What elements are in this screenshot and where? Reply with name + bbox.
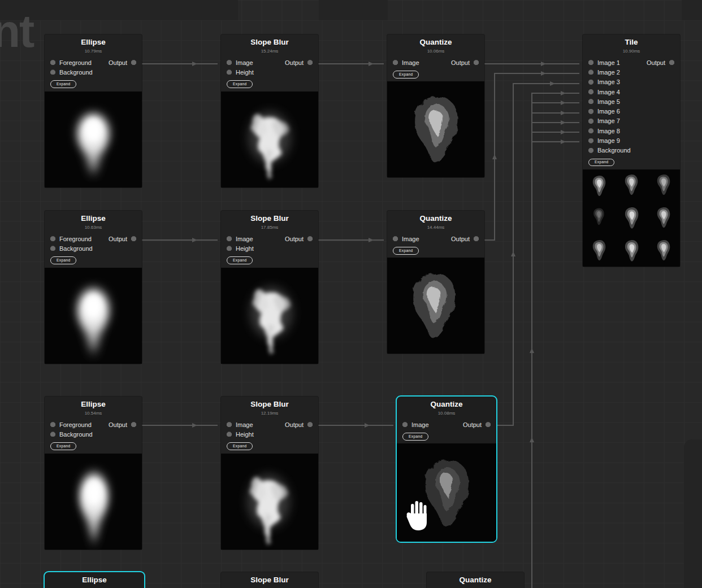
node-quantize-1[interactable]: Quantize 10.06ms Image Output Expand <box>387 34 484 177</box>
expand-button[interactable]: Expand <box>402 433 428 441</box>
output-port[interactable]: Output <box>451 236 479 242</box>
output-port[interactable]: Output <box>647 59 674 66</box>
node-title: Quantize <box>427 572 524 586</box>
node-preview-image <box>45 268 142 364</box>
port-dot <box>50 69 55 75</box>
node-quantize-4[interactable]: Quantize <box>427 572 524 588</box>
port-dot <box>307 236 313 241</box>
port-label: Image 2 <box>597 69 620 76</box>
port-label: Image 5 <box>597 98 620 105</box>
input-port-height[interactable]: Height <box>227 431 254 438</box>
port-dot <box>50 246 55 251</box>
port-label: Image 9 <box>597 137 620 144</box>
node-slope-blur-3[interactable]: Slope Blur 12.19ms Image Output Height E… <box>221 397 318 550</box>
expand-button[interactable]: Expand <box>50 256 76 264</box>
port-label: Output <box>451 59 470 66</box>
input-port-foreground[interactable]: Foreground <box>50 59 92 66</box>
port-dot <box>50 60 55 65</box>
node-title: Quantize <box>387 211 484 225</box>
node-quantize-2[interactable]: Quantize 14.44ms Image Output Expand <box>387 211 484 354</box>
input-port-image-3[interactable]: Image 3 <box>588 79 620 85</box>
input-port-image-8[interactable]: Image 8 <box>588 128 620 134</box>
input-port-image-1[interactable]: Image 1 <box>588 59 620 66</box>
expand-button[interactable]: Expand <box>588 159 614 167</box>
node-ellipse-2[interactable]: Ellipse 10.63ms Foreground Output Backgr… <box>45 211 142 364</box>
output-port[interactable]: Output <box>109 236 136 242</box>
port-label: Background <box>59 69 93 76</box>
output-port[interactable]: Output <box>285 236 313 242</box>
input-port-height[interactable]: Height <box>227 69 254 76</box>
input-port-image-2[interactable]: Image 2 <box>588 69 620 76</box>
input-port-image-9[interactable]: Image 9 <box>588 137 620 144</box>
input-port-image[interactable]: Image <box>227 236 253 242</box>
port-dot <box>588 99 593 104</box>
node-time: 10.90ms <box>583 49 680 58</box>
input-port-image-5[interactable]: Image 5 <box>588 98 620 105</box>
output-port[interactable]: Output <box>285 421 313 428</box>
node-title: Quantize <box>397 397 496 411</box>
port-label: Height <box>236 69 254 76</box>
node-ellipse-1[interactable]: Ellipse 10.79ms Foreground Output Backgr… <box>45 34 142 188</box>
node-time: 12.19ms <box>221 411 318 420</box>
expand-button[interactable]: Expand <box>50 442 76 450</box>
expand-button[interactable]: Expand <box>50 80 76 88</box>
expand-button[interactable]: Expand <box>393 71 419 79</box>
input-port-background[interactable]: Background <box>50 431 93 438</box>
input-port-image[interactable]: Image <box>393 236 419 242</box>
input-port-background[interactable]: Background <box>588 147 631 154</box>
expand-button[interactable]: Expand <box>227 80 253 88</box>
port-label: Image 7 <box>597 117 620 124</box>
port-label: Image 1 <box>597 59 620 66</box>
port-dot <box>307 60 313 65</box>
input-port-image[interactable]: Image <box>393 59 419 66</box>
output-port[interactable]: Output <box>451 59 479 66</box>
node-tile[interactable]: Tile 10.90ms Image 1 Output Image 2 Imag… <box>583 34 680 267</box>
port-label: Output <box>285 59 304 66</box>
output-port[interactable]: Output <box>109 59 136 66</box>
input-port-image-6[interactable]: Image 6 <box>588 108 620 115</box>
port-dot <box>227 236 232 241</box>
input-port-image-7[interactable]: Image 7 <box>588 117 620 124</box>
port-dot <box>393 60 398 65</box>
input-port-foreground[interactable]: Foreground <box>50 236 92 242</box>
input-port-image[interactable]: Image <box>402 421 429 428</box>
input-port-image-4[interactable]: Image 4 <box>588 89 620 95</box>
output-port[interactable]: Output <box>109 421 136 428</box>
port-label: Image <box>236 421 253 428</box>
input-port-height[interactable]: Height <box>227 245 254 252</box>
port-dot <box>227 246 232 251</box>
expand-button[interactable]: Expand <box>393 247 419 255</box>
output-port[interactable]: Output <box>463 421 491 428</box>
port-dot <box>402 422 408 427</box>
port-label: Image 3 <box>597 79 620 85</box>
port-label: Foreground <box>59 236 92 242</box>
expand-button[interactable]: Expand <box>227 442 253 450</box>
port-dot <box>227 432 232 437</box>
node-graph-canvas[interactable]: nt <box>0 0 702 588</box>
expand-button[interactable]: Expand <box>227 256 253 264</box>
output-port[interactable]: Output <box>285 59 313 66</box>
port-dot <box>307 422 313 427</box>
input-port-image[interactable]: Image <box>227 59 253 66</box>
node-partial-offscreen[interactable] <box>684 439 702 588</box>
port-label: Background <box>597 147 631 154</box>
input-port-foreground[interactable]: Foreground <box>50 421 92 428</box>
port-dot <box>669 60 674 65</box>
port-label: Output <box>647 59 665 66</box>
input-port-background[interactable]: Background <box>50 69 93 76</box>
port-dot <box>588 148 593 153</box>
node-preview-image <box>221 268 318 364</box>
node-ellipse-3[interactable]: Ellipse 10.54ms Foreground Output Backgr… <box>45 397 142 550</box>
node-title: Quantize <box>387 34 484 49</box>
port-dot <box>227 422 232 427</box>
node-title: Tile <box>583 34 680 49</box>
port-label: Image <box>236 59 253 66</box>
node-ellipse-4-selected[interactable]: Ellipse <box>44 571 145 588</box>
port-label: Output <box>109 421 127 428</box>
input-port-image[interactable]: Image <box>227 421 253 428</box>
node-slope-blur-4[interactable]: Slope Blur <box>221 572 318 588</box>
node-slope-blur-2[interactable]: Slope Blur 17.85ms Image Output Height E… <box>221 211 318 364</box>
input-port-background[interactable]: Background <box>50 245 93 252</box>
node-time: 10.06ms <box>387 49 484 58</box>
node-slope-blur-1[interactable]: Slope Blur 15.24ms Image Output Height E… <box>221 34 318 188</box>
